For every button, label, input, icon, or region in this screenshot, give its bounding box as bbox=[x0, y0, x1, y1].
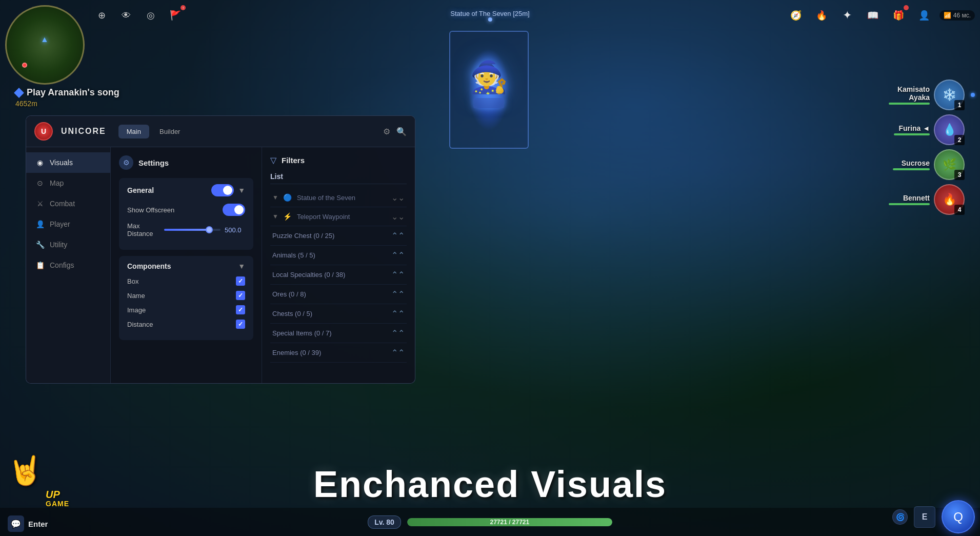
orb-q-button[interactable]: Q bbox=[942, 500, 975, 533]
member-info-ayaka: Kamisato Ayaka bbox=[889, 85, 930, 105]
bottom-hud: Lv. 80 27721 / 27721 💬 Enter 🌀 E Q bbox=[0, 508, 980, 536]
sidebar-item-player[interactable]: 👤 Player bbox=[26, 214, 110, 234]
member-hp-bar-furina bbox=[894, 133, 930, 135]
tab-builder[interactable]: Builder bbox=[151, 125, 188, 138]
party-member-ayaka[interactable]: Kamisato Ayaka ❄️ 1 bbox=[889, 80, 975, 110]
checkbox-name-row: Name bbox=[127, 291, 245, 300]
party-member-bennett[interactable]: Bennett 🔥 4 bbox=[889, 184, 975, 215]
list-category-special-expand[interactable]: ⌃⌃ bbox=[391, 328, 405, 338]
eye-icon[interactable]: 👁 bbox=[116, 5, 136, 26]
chat-icon[interactable]: 💬 bbox=[8, 515, 24, 532]
flag-icon[interactable]: 🚩 ! bbox=[165, 5, 186, 26]
profile-icon[interactable]: 👤 bbox=[914, 5, 934, 26]
distance-slider-track[interactable] bbox=[164, 229, 221, 231]
member-hp-bar-bennett bbox=[889, 203, 930, 205]
sidebar-item-utility[interactable]: 🔧 Utility bbox=[26, 234, 110, 255]
slot-num-3: 3 bbox=[954, 170, 965, 180]
signal-value: 46 мс. bbox=[953, 12, 971, 19]
checkbox-name[interactable] bbox=[236, 291, 245, 300]
sidebar-label-utility: Utility bbox=[50, 241, 67, 249]
list-category-animals[interactable]: Animals (5 / 5) ⌃⌃ bbox=[270, 246, 407, 265]
list-item-statue-left: ▼ 🔵 Statue of the Seven bbox=[272, 192, 355, 203]
tab-main[interactable]: Main bbox=[118, 125, 149, 138]
list-category-enemies-expand[interactable]: ⌃⌃ bbox=[391, 348, 405, 358]
settings-title: Settings bbox=[138, 158, 169, 167]
active-indicator-ayaka bbox=[971, 93, 975, 97]
distance-slider-thumb[interactable] bbox=[206, 226, 213, 233]
list-item-statue[interactable]: ▼ 🔵 Statue of the Seven ⌄⌄ bbox=[270, 188, 407, 207]
statue-glow: 🧙 bbox=[468, 49, 509, 131]
list-category-ores[interactable]: Ores (0 / 8) ⌃⌃ bbox=[270, 285, 407, 304]
sidebar-item-configs[interactable]: 📋 Configs bbox=[26, 255, 110, 275]
list-category-ores-expand[interactable]: ⌃⌃ bbox=[391, 289, 405, 299]
gift-icon[interactable]: 🎁 bbox=[888, 5, 909, 26]
distance-slider-container: 500.0 bbox=[164, 226, 245, 234]
active-indicator-bennett bbox=[971, 197, 975, 202]
party-member-furina[interactable]: Furina ◄ 💧 2 bbox=[889, 114, 975, 145]
quest-distance: 4652m bbox=[15, 100, 119, 108]
unicore-logo: U bbox=[34, 122, 53, 141]
navigation-icon[interactable]: ◎ bbox=[141, 5, 161, 26]
party-member-sucrose[interactable]: Sucrose 🌿 3 bbox=[889, 149, 975, 180]
list-item-statue-chevron: ▼ bbox=[272, 194, 278, 201]
sidebar-label-player: Player bbox=[50, 220, 70, 228]
statue-figure: 🧙 bbox=[470, 59, 508, 95]
checkbox-box[interactable] bbox=[236, 276, 245, 286]
list-category-puzzle-text: Puzzle Chest (0 / 25) bbox=[272, 232, 334, 240]
list-category-chests[interactable]: Chests (0 / 5) ⌃⌃ bbox=[270, 304, 407, 324]
list-category-specialties-expand[interactable]: ⌃⌃ bbox=[391, 270, 405, 280]
list-item-waypoint[interactable]: ▼ ⚡ Teleport Waypoint ⌄⌄ bbox=[270, 207, 407, 226]
slot-num-4: 4 bbox=[954, 205, 965, 215]
list-category-enemies[interactable]: Enemies (0 / 39) ⌃⌃ bbox=[270, 343, 407, 363]
enter-label: Enter bbox=[28, 520, 48, 528]
checkbox-image[interactable] bbox=[236, 305, 245, 314]
show-offscreen-toggle[interactable] bbox=[223, 204, 245, 216]
list-category-puzzle-expand[interactable]: ⌃⌃ bbox=[391, 231, 405, 241]
list-category-specialties[interactable]: Local Specialties (0 / 38) ⌃⌃ bbox=[270, 265, 407, 285]
logo-hand-icon: 🤘 bbox=[8, 456, 69, 485]
list-category-animals-expand[interactable]: ⌃⌃ bbox=[391, 250, 405, 260]
general-chevron-icon[interactable]: ▼ bbox=[238, 186, 245, 194]
player-icon: 👤 bbox=[35, 220, 45, 228]
unicore-panel: U UNICORE Main Builder ⚙ 🔍 ◉ Visuals ⊙ M… bbox=[26, 115, 415, 384]
skill-q-icon[interactable]: 🌀 bbox=[892, 509, 908, 525]
search-icon[interactable]: 🔍 bbox=[396, 127, 407, 136]
slot-num-2: 2 bbox=[954, 135, 965, 145]
settings-header: ⚙ Settings bbox=[119, 155, 253, 170]
member-name-bennett: Bennett bbox=[889, 194, 930, 202]
top-left-icons: ⊕ 👁 ◎ 🚩 ! bbox=[5, 5, 186, 26]
compass-right-icon[interactable]: 🧭 bbox=[786, 5, 806, 26]
panel-header-icons: ⚙ 🔍 bbox=[383, 127, 407, 136]
signal-badge: 📶 46 мс. bbox=[939, 10, 975, 21]
list-category-specialties-text: Local Specialties (0 / 38) bbox=[272, 271, 345, 279]
list-item-statue-expand[interactable]: ⌄⌄ bbox=[391, 193, 405, 203]
list-item-waypoint-expand[interactable]: ⌄⌄ bbox=[391, 212, 405, 222]
statue-frame: 🧙 bbox=[449, 31, 529, 149]
list-category-puzzle[interactable]: Puzzle Chest (0 / 25) ⌃⌃ bbox=[270, 226, 407, 246]
sidebar-item-combat[interactable]: ⚔ Combat bbox=[26, 193, 110, 214]
general-toggle[interactable] bbox=[211, 184, 234, 196]
compass-icon[interactable]: ⊕ bbox=[91, 5, 112, 26]
components-chevron-icon[interactable]: ▼ bbox=[238, 262, 245, 270]
sidebar-item-map[interactable]: ⊙ Map bbox=[26, 173, 110, 193]
combat-icon: ⚔ bbox=[35, 200, 45, 208]
member-surname-ayaka: Ayaka bbox=[889, 93, 930, 102]
sidebar-label-visuals: Visuals bbox=[50, 158, 73, 167]
panel-sidebar: ◉ Visuals ⊙ Map ⚔ Combat 👤 Player 🔧 Util… bbox=[26, 147, 111, 383]
sidebar-item-visuals[interactable]: ◉ Visuals bbox=[26, 152, 110, 173]
list-category-animals-text: Animals (5 / 5) bbox=[272, 251, 315, 259]
list-item-waypoint-text: Teleport Waypoint bbox=[297, 213, 350, 221]
checkbox-distance[interactable] bbox=[236, 320, 245, 329]
list-category-chests-expand[interactable]: ⌃⌃ bbox=[391, 309, 405, 319]
max-distance-label: Max Distance bbox=[127, 222, 164, 237]
statue-container: 🧙 bbox=[449, 31, 531, 149]
party-panel: Kamisato Ayaka ❄️ 1 Furina ◄ 💧 2 Sucrose bbox=[889, 80, 975, 215]
sparkle-icon[interactable]: ✦ bbox=[837, 5, 857, 26]
list-category-special[interactable]: Special Items (0 / 7) ⌃⌃ bbox=[270, 324, 407, 343]
flame-icon[interactable]: 🔥 bbox=[811, 5, 832, 26]
key-e-button[interactable]: E bbox=[914, 506, 935, 528]
book-icon[interactable]: 📖 bbox=[863, 5, 883, 26]
settings-icon[interactable]: ⚙ bbox=[383, 127, 390, 136]
list-item-statue-text: Statue of the Seven bbox=[297, 194, 355, 202]
list-category-chests-text: Chests (0 / 5) bbox=[272, 310, 312, 317]
